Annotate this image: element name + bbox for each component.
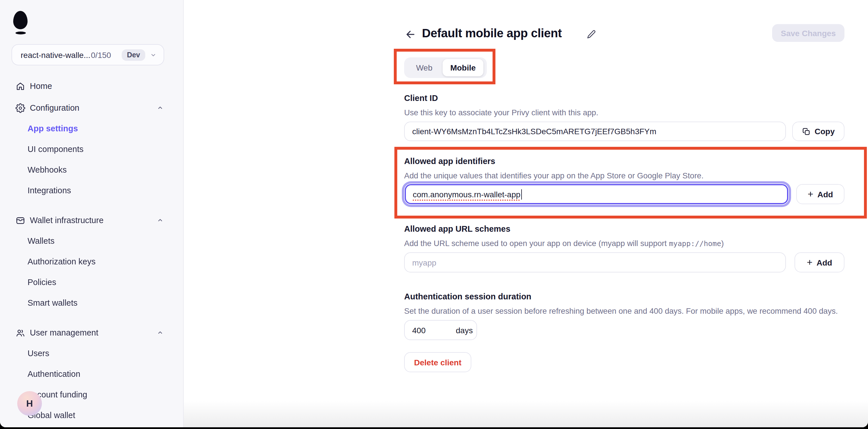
session-duration-description: Set the duration of a user session befor… (404, 307, 838, 316)
app-switcher-name: react-native-walle... (21, 50, 90, 59)
sidebar-item-user-management[interactable]: User management (0, 322, 183, 343)
privy-logo-icon (13, 11, 28, 29)
edit-pencil-icon[interactable] (586, 29, 596, 40)
copy-icon (802, 127, 811, 136)
add-scheme-label: Add (817, 258, 832, 267)
url-scheme-input[interactable] (404, 252, 786, 272)
privy-dashboard-window: react-native-walle...0/150 Dev Home Conf… (0, 0, 868, 427)
chevron-up-icon[interactable] (157, 329, 164, 336)
sidebar-item-wallet-infrastructure[interactable]: Wallet infrastructure (0, 210, 183, 231)
add-identifier-button[interactable]: + Add (796, 184, 844, 204)
copy-button[interactable]: Copy (792, 122, 844, 141)
privy-logo-base-icon (16, 32, 26, 34)
app-switcher-usage: 0/150 (91, 50, 111, 59)
app-identifier-value: com.anonymous.rn-wallet-app (413, 190, 520, 199)
client-id-input[interactable] (404, 122, 786, 141)
add-identifier-label: Add (817, 190, 833, 199)
gear-icon (15, 103, 25, 113)
url-schemes-description: Add the URL scheme used to open your app… (404, 239, 724, 248)
sidebar-item-configuration[interactable]: Configuration (0, 98, 183, 118)
app-switcher[interactable]: react-native-walle...0/150 Dev (11, 44, 164, 65)
save-changes-button[interactable]: Save Changes (772, 24, 844, 42)
add-scheme-button[interactable]: + Add (795, 252, 844, 272)
back-arrow-icon[interactable] (404, 28, 417, 41)
home-icon (15, 81, 25, 91)
session-duration-unit: days (456, 326, 473, 335)
toggle-option-mobile[interactable]: Mobile (443, 59, 484, 76)
wallet-icon (15, 215, 25, 225)
app-identifiers-label: Allowed app identifiers (404, 157, 495, 166)
session-duration-input[interactable]: 400 days (404, 320, 477, 340)
app-identifiers-description: Add the unique values that identifies yo… (404, 171, 704, 180)
sidebar-item-app-settings[interactable]: App settings (0, 118, 183, 139)
app-identifier-input[interactable]: com.anonymous.rn-wallet-app (405, 184, 788, 204)
user-avatar[interactable]: H (17, 391, 42, 416)
sidebar-item-webhooks[interactable]: Webhooks (0, 159, 183, 180)
sidebar-item-ui-components[interactable]: UI components (0, 139, 183, 159)
plus-icon: + (807, 257, 813, 267)
sidebar-item-integrations[interactable]: Integrations (0, 180, 183, 201)
sidebar: react-native-walle...0/150 Dev Home Conf… (0, 0, 184, 427)
delete-client-button[interactable]: Delete client (404, 352, 471, 372)
environment-badge: Dev (122, 49, 145, 61)
sidebar-item-home[interactable]: Home (0, 76, 183, 96)
chevron-up-icon[interactable] (157, 217, 164, 224)
page-title: Default mobile app client (422, 26, 562, 40)
sidebar-item-authorization-keys[interactable]: Authorization keys (0, 251, 183, 272)
client-id-label: Client ID (404, 94, 438, 103)
url-schemes-label: Allowed app URL schemes (404, 224, 510, 233)
session-duration-value: 400 (412, 326, 426, 335)
main-content: Default mobile app client Save Changes W… (184, 0, 868, 427)
text-cursor (521, 189, 522, 199)
chevron-down-icon (150, 51, 157, 58)
url-scheme-code: myapp://home (669, 239, 721, 248)
toggle-option-web[interactable]: Web (406, 63, 443, 72)
sidebar-item-users[interactable]: Users (0, 343, 183, 364)
sidebar-item-authentication[interactable]: Authentication (0, 364, 183, 384)
plus-icon: + (808, 189, 813, 199)
chevron-up-icon[interactable] (157, 104, 164, 111)
platform-toggle: Web Mobile (404, 57, 487, 78)
users-icon (15, 328, 25, 338)
client-id-description: Use this key to associate your Privy cli… (404, 108, 598, 117)
copy-button-label: Copy (815, 127, 835, 136)
sidebar-item-policies[interactable]: Policies (0, 272, 183, 293)
sidebar-item-wallets[interactable]: Wallets (0, 231, 183, 251)
sidebar-item-smart-wallets[interactable]: Smart wallets (0, 293, 183, 313)
session-duration-label: Authentication session duration (404, 292, 531, 301)
